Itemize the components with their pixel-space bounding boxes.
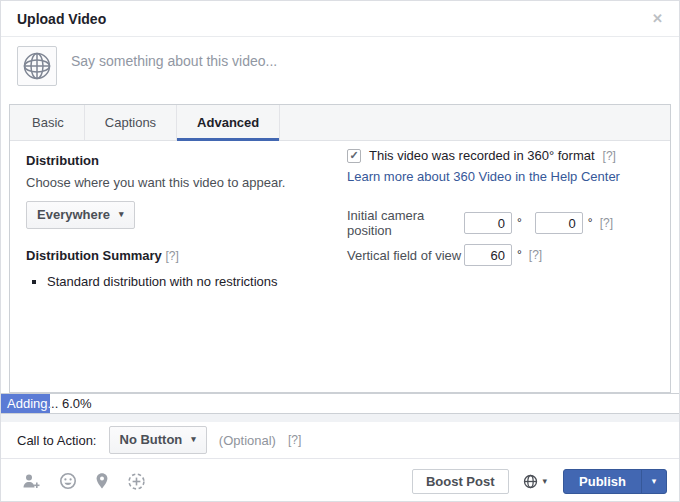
- publish-split-button: Publish ▾: [563, 469, 667, 494]
- video-360-thumbnail: [17, 46, 57, 86]
- call-to-action-dropdown-label: No Button: [120, 432, 183, 447]
- fov-input[interactable]: [464, 244, 512, 266]
- footer-actions: Boost Post ▾ Publish ▾: [412, 469, 667, 494]
- upload-video-dialog: Upload Video ✕ Say something about this …: [0, 0, 680, 502]
- advanced-tab-content: Distribution Choose where you want this …: [10, 141, 670, 393]
- section-divider: [1, 414, 679, 422]
- initial-camera-position-row: Initial camera position ° ° [?]: [347, 208, 677, 238]
- degree-symbol: °: [517, 248, 522, 262]
- camera-y-input[interactable]: [535, 212, 583, 234]
- progress-fill: Adding... 6.0%: [1, 394, 50, 413]
- help-icon[interactable]: [?]: [165, 249, 178, 263]
- footer-toolbar: Boost Post ▾ Publish ▾: [1, 458, 679, 502]
- camera-x-input[interactable]: [464, 212, 512, 234]
- tab-basic[interactable]: Basic: [12, 105, 85, 140]
- tab-advanced[interactable]: Advanced: [177, 105, 280, 140]
- help-icon[interactable]: [?]: [288, 433, 301, 447]
- progress-label-overlay: Adding... 6.0%: [7, 396, 50, 411]
- dialog-title: Upload Video: [17, 11, 106, 27]
- video-360-settings: ✓ This video was recorded in 360° format…: [347, 148, 677, 266]
- distribution-summary-heading: Distribution Summary [?]: [26, 248, 324, 263]
- distribution-dropdown-label: Everywhere: [37, 207, 110, 222]
- compose-row: Say something about this video...: [1, 37, 679, 86]
- distribution-dropdown[interactable]: Everywhere ▾: [26, 201, 135, 229]
- optional-label: (Optional): [219, 433, 276, 448]
- wireframe-globe-icon: [20, 49, 54, 83]
- publish-button[interactable]: Publish: [564, 470, 641, 493]
- vertical-fov-row: Vertical field of view ° [?]: [347, 244, 677, 266]
- chevron-down-icon: ▾: [543, 477, 548, 486]
- upload-progress-bar: Adding... 6.0% Adding... 6.0%: [1, 393, 679, 414]
- feeling-activity-icon[interactable]: [50, 468, 86, 494]
- distribution-heading: Distribution: [26, 153, 324, 168]
- chevron-down-icon: ▾: [191, 435, 196, 444]
- dialog-header: Upload Video ✕: [1, 1, 679, 37]
- privacy-globe-icon: [523, 474, 538, 489]
- chevron-down-icon: ▾: [119, 210, 124, 219]
- recorded-360-row: ✓ This video was recorded in 360° format…: [347, 148, 677, 163]
- tab-captions[interactable]: Captions: [85, 105, 177, 140]
- check-icon: ✓: [349, 149, 358, 162]
- distribution-description: Choose where you want this video to appe…: [26, 175, 324, 190]
- help-icon[interactable]: [?]: [600, 216, 613, 230]
- distribution-summary-list: Standard distribution with no restrictio…: [47, 274, 324, 289]
- camera-position-label: Initial camera position: [347, 208, 464, 238]
- learn-more-link[interactable]: Learn more about 360 Video in the Help C…: [347, 169, 620, 184]
- degree-symbol: °: [517, 216, 522, 230]
- 360-directional-icon[interactable]: [118, 468, 155, 495]
- help-icon[interactable]: [?]: [529, 248, 542, 262]
- attachment-icons: [13, 468, 155, 495]
- distribution-section: Distribution Choose where you want this …: [10, 141, 340, 301]
- call-to-action-row: Call to Action: No Button ▾ (Optional) […: [1, 422, 679, 458]
- privacy-selector[interactable]: ▾: [523, 474, 548, 489]
- degree-symbol: °: [588, 216, 593, 230]
- vertical-fov-label: Vertical field of view: [347, 248, 464, 263]
- summary-item: Standard distribution with no restrictio…: [47, 274, 324, 289]
- help-icon[interactable]: [?]: [603, 149, 616, 163]
- recorded-360-checkbox[interactable]: ✓: [347, 149, 361, 163]
- publish-options-button[interactable]: ▾: [641, 470, 666, 493]
- close-icon[interactable]: ✕: [652, 12, 663, 25]
- boost-post-button[interactable]: Boost Post: [412, 469, 509, 494]
- check-in-icon[interactable]: [86, 468, 118, 494]
- tag-people-icon[interactable]: [13, 468, 50, 494]
- settings-panel: Basic Captions Advanced Distribution Cho…: [9, 104, 671, 393]
- recorded-360-label: This video was recorded in 360° format: [369, 148, 595, 163]
- call-to-action-label: Call to Action:: [17, 433, 97, 448]
- video-description-input[interactable]: Say something about this video...: [71, 53, 663, 86]
- call-to-action-dropdown[interactable]: No Button ▾: [109, 426, 207, 454]
- tab-bar: Basic Captions Advanced: [10, 105, 670, 141]
- chevron-down-icon: ▾: [652, 477, 657, 486]
